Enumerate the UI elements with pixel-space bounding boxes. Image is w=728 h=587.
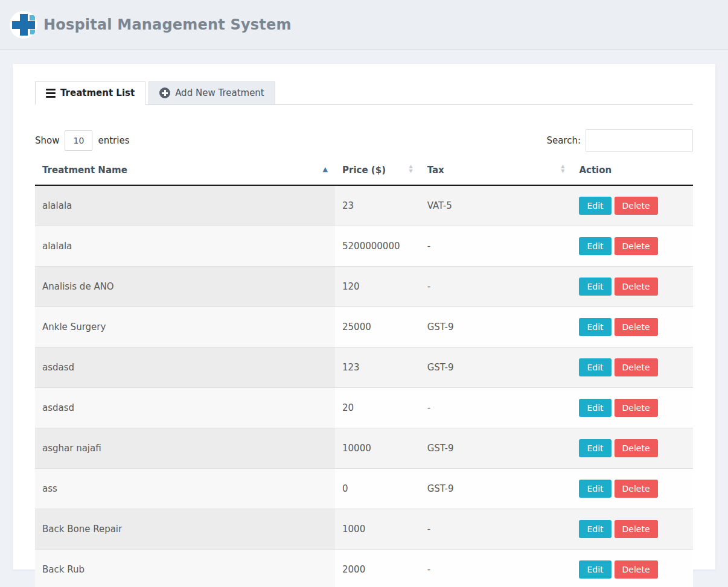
column-header-action: Action — [572, 159, 693, 185]
price-cell: 120 — [335, 267, 420, 307]
plus-circle-icon — [159, 87, 170, 98]
tax-cell: GST-9 — [420, 428, 572, 469]
price-cell: 1000 — [335, 509, 420, 550]
edit-button[interactable]: Edit — [579, 237, 611, 255]
delete-button[interactable]: Delete — [615, 480, 658, 498]
sort-ascending-icon: ▲ — [323, 166, 328, 173]
tax-cell: - — [420, 388, 572, 428]
edit-button[interactable]: Edit — [579, 399, 611, 417]
table-row: Back Rub2000-EditDelete — [35, 550, 693, 587]
tax-cell: - — [420, 550, 572, 587]
tab-treatment-list-label: Treatment List — [60, 87, 135, 98]
tax-cell: GST-9 — [420, 347, 572, 388]
column-header-tax[interactable]: Tax ▲▼ — [420, 159, 572, 185]
price-cell: 0 — [335, 469, 420, 509]
edit-button[interactable]: Edit — [579, 520, 611, 538]
action-cell: EditDelete — [572, 388, 693, 428]
action-cell: EditDelete — [572, 226, 693, 267]
column-header-treatment-name[interactable]: Treatment Name ▲ — [35, 159, 335, 185]
sort-both-icon: ▲▼ — [409, 164, 412, 174]
tax-cell: VAT-5 — [420, 185, 572, 226]
treatment-name-cell: Back Rub — [35, 550, 335, 587]
delete-button[interactable]: Delete — [615, 278, 658, 296]
price-cell: 2000 — [335, 550, 420, 587]
table-row: alalala23VAT-5EditDelete — [35, 185, 693, 226]
price-cell: 23 — [335, 185, 420, 226]
price-cell: 10000 — [335, 428, 420, 469]
tax-cell: - — [420, 509, 572, 550]
entries-label: entries — [98, 135, 129, 146]
edit-button[interactable]: Edit — [579, 318, 611, 336]
search-input[interactable] — [586, 129, 693, 152]
table-header: Treatment Name ▲ Price ($) ▲▼ Tax ▲▼ Act… — [35, 159, 693, 185]
action-cell: EditDelete — [572, 347, 693, 388]
search-control: Search: — [546, 129, 693, 152]
table-row: asghar najafi10000GST-9EditDelete — [35, 428, 693, 469]
content-card: Treatment List Add New Treatment Show 10… — [13, 64, 715, 570]
treatment-name-cell: alalala — [35, 226, 335, 267]
treatment-table: Treatment Name ▲ Price ($) ▲▼ Tax ▲▼ Act… — [35, 159, 693, 587]
page-length-control: Show 10 entries — [35, 130, 129, 151]
app-header: Hospital Management System — [0, 0, 728, 50]
treatment-name-cell: asghar najafi — [35, 428, 335, 469]
table-row: asdasd20-EditDelete — [35, 388, 693, 428]
treatment-name-cell: Analisis de ANO — [35, 267, 335, 307]
action-cell: EditDelete — [572, 428, 693, 469]
table-row: alalala5200000000-EditDelete — [35, 226, 693, 267]
edit-button[interactable]: Edit — [579, 358, 611, 376]
edit-button[interactable]: Edit — [579, 197, 611, 215]
tax-cell: GST-9 — [420, 307, 572, 347]
delete-button[interactable]: Delete — [615, 197, 658, 215]
delete-button[interactable]: Delete — [615, 358, 658, 376]
delete-button[interactable]: Delete — [615, 318, 658, 336]
table-row: Ankle Surgery25000GST-9EditDelete — [35, 307, 693, 347]
delete-button[interactable]: Delete — [615, 237, 658, 255]
tax-cell: GST-9 — [420, 469, 572, 509]
table-row: Back Bone Repair1000-EditDelete — [35, 509, 693, 550]
action-cell: EditDelete — [572, 185, 693, 226]
action-cell: EditDelete — [572, 509, 693, 550]
price-cell: 5200000000 — [335, 226, 420, 267]
tab-bar: Treatment List Add New Treatment — [35, 81, 693, 105]
tab-treatment-list[interactable]: Treatment List — [35, 81, 145, 105]
action-cell: EditDelete — [572, 469, 693, 509]
delete-button[interactable]: Delete — [615, 520, 658, 538]
show-label: Show — [35, 135, 59, 146]
edit-button[interactable]: Edit — [579, 439, 611, 457]
tax-cell: - — [420, 267, 572, 307]
sort-both-icon: ▲▼ — [561, 164, 564, 174]
table-row: ass0GST-9EditDelete — [35, 469, 693, 509]
price-cell: 20 — [335, 388, 420, 428]
hospital-logo-icon — [10, 11, 37, 39]
table-controls: Show 10 entries Search: — [35, 129, 693, 152]
treatment-name-cell: ass — [35, 469, 335, 509]
treatment-name-cell: asdasd — [35, 388, 335, 428]
edit-button[interactable]: Edit — [579, 278, 611, 296]
delete-button[interactable]: Delete — [615, 560, 658, 579]
treatment-table-body: alalala23VAT-5EditDeletealalala520000000… — [35, 185, 693, 587]
action-cell: EditDelete — [572, 307, 693, 347]
delete-button[interactable]: Delete — [615, 399, 658, 417]
tax-cell: - — [420, 226, 572, 267]
table-row: asdasd123GST-9EditDelete — [35, 347, 693, 388]
page-length-select[interactable]: 10 — [65, 130, 92, 151]
treatment-name-cell: alalala — [35, 185, 335, 226]
tab-add-new-treatment[interactable]: Add New Treatment — [148, 81, 275, 105]
action-cell: EditDelete — [572, 550, 693, 587]
treatment-name-cell: Back Bone Repair — [35, 509, 335, 550]
delete-button[interactable]: Delete — [615, 439, 658, 457]
edit-button[interactable]: Edit — [579, 480, 611, 498]
treatment-name-cell: Ankle Surgery — [35, 307, 335, 347]
app-title: Hospital Management System — [43, 16, 292, 33]
column-header-price[interactable]: Price ($) ▲▼ — [335, 159, 420, 185]
table-row: Analisis de ANO120-EditDelete — [35, 267, 693, 307]
edit-button[interactable]: Edit — [579, 560, 611, 579]
price-cell: 123 — [335, 347, 420, 388]
action-cell: EditDelete — [572, 267, 693, 307]
treatment-name-cell: asdasd — [35, 347, 335, 388]
price-cell: 25000 — [335, 307, 420, 347]
tab-add-new-treatment-label: Add New Treatment — [175, 87, 264, 98]
menu-icon — [46, 89, 56, 98]
search-label: Search: — [546, 135, 581, 146]
